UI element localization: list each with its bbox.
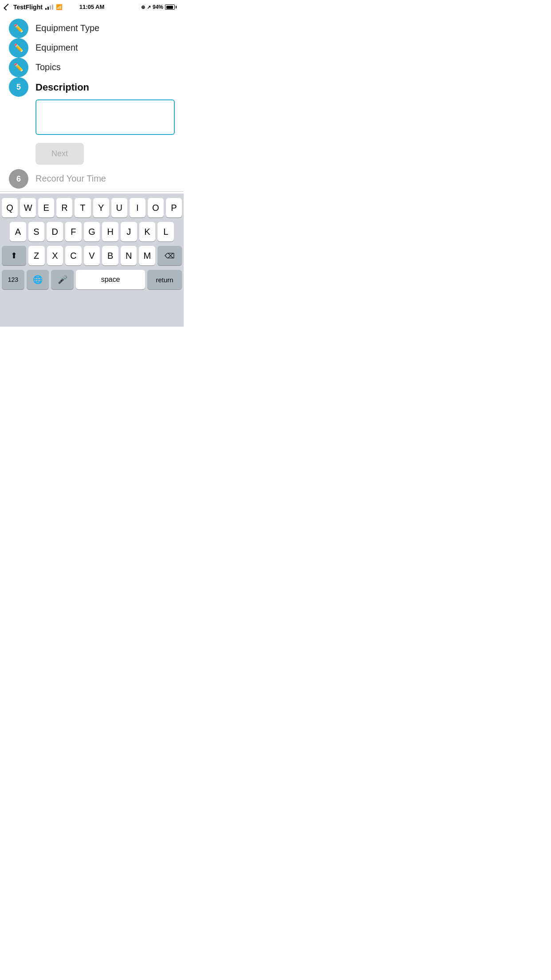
- step-5-left: 5: [9, 77, 28, 97]
- key-space[interactable]: space: [76, 270, 145, 289]
- pencil-icon-1: ✏️: [14, 24, 24, 33]
- key-c[interactable]: C: [65, 246, 82, 265]
- key-e[interactable]: E: [38, 198, 54, 217]
- step-5-number: 5: [16, 83, 21, 92]
- step-6-row: 6 Record Your Time: [0, 169, 184, 189]
- step-2-row: ✏️ Equipment: [0, 38, 184, 58]
- step-6-title: Record Your Time: [35, 169, 175, 184]
- next-button[interactable]: Next: [35, 143, 84, 165]
- step-5-title: Description: [35, 77, 175, 93]
- location-icon: ⊕: [141, 4, 145, 10]
- step-1-title: Equipment Type: [35, 19, 175, 33]
- key-return[interactable]: return: [147, 270, 182, 289]
- step-3-title: Topics: [35, 58, 175, 72]
- key-q[interactable]: Q: [2, 198, 18, 217]
- key-n[interactable]: N: [121, 246, 137, 265]
- step-5-content: Description Next: [35, 77, 175, 165]
- step-6-content: Record Your Time: [35, 169, 175, 189]
- key-h[interactable]: H: [102, 222, 118, 241]
- battery-percent: 94%: [153, 4, 163, 10]
- key-numbers[interactable]: 123: [2, 270, 24, 289]
- key-w[interactable]: W: [20, 198, 36, 217]
- pencil-icon-2: ✏️: [14, 43, 24, 53]
- status-right: ⊕ ↗ 94%: [141, 4, 177, 10]
- pencil-icon-3: ✏️: [14, 63, 24, 72]
- keyboard-row-3: ⬆ Z X C V B N M ⌫: [2, 246, 182, 265]
- step-1-row: ✏️ Equipment Type: [0, 19, 184, 38]
- status-left: TestFlight 📶: [5, 4, 63, 11]
- key-globe[interactable]: 🌐: [27, 270, 49, 289]
- key-g[interactable]: G: [84, 222, 100, 241]
- step-5-row: 5 Description Next: [0, 77, 184, 165]
- step-5-circle: 5: [9, 77, 28, 97]
- description-textarea[interactable]: [35, 99, 175, 135]
- step-6-left: 6: [9, 169, 28, 189]
- step-6-number: 6: [16, 174, 21, 184]
- step-3-content: Topics: [35, 58, 175, 77]
- bar2: [47, 7, 49, 10]
- battery-indicator: [165, 4, 177, 10]
- wifi-icon: 📶: [56, 4, 63, 10]
- key-o[interactable]: O: [148, 198, 164, 217]
- key-delete[interactable]: ⌫: [157, 246, 182, 265]
- keyboard-row-1: Q W E R T Y U I O P: [2, 198, 182, 217]
- status-bar: TestFlight 📶 11:05 AM ⊕ ↗ 94%: [0, 0, 184, 14]
- step-2-left: ✏️: [9, 38, 28, 58]
- keyboard-row-2: A S D F G H J K L: [2, 222, 182, 241]
- key-shift[interactable]: ⬆: [2, 246, 26, 265]
- app-name: TestFlight: [13, 4, 43, 11]
- key-u[interactable]: U: [111, 198, 127, 217]
- step-3-row: ✏️ Topics: [0, 58, 184, 77]
- keyboard-separator: [0, 191, 184, 192]
- key-f[interactable]: F: [65, 222, 82, 241]
- key-y[interactable]: Y: [93, 198, 109, 217]
- keyboard: Q W E R T Y U I O P A S D F G H J K L ⬆ …: [0, 194, 184, 327]
- key-m[interactable]: M: [139, 246, 155, 265]
- key-a[interactable]: A: [10, 222, 26, 241]
- step-2-circle: ✏️: [9, 38, 28, 58]
- key-mic[interactable]: 🎤: [51, 270, 74, 289]
- signal-bars: [45, 4, 53, 10]
- key-v[interactable]: V: [84, 246, 100, 265]
- key-z[interactable]: Z: [28, 246, 45, 265]
- bar3: [50, 5, 51, 10]
- step-1-content: Equipment Type: [35, 19, 175, 38]
- back-icon: [4, 4, 11, 11]
- step-2-title: Equipment: [35, 38, 175, 53]
- key-k[interactable]: K: [139, 222, 156, 241]
- key-t[interactable]: T: [75, 198, 91, 217]
- key-i[interactable]: I: [130, 198, 146, 217]
- bar4: [52, 4, 53, 10]
- bar1: [45, 8, 47, 10]
- key-b[interactable]: B: [102, 246, 118, 265]
- status-time: 11:05 AM: [79, 4, 105, 10]
- arrow-icon: ↗: [147, 4, 151, 10]
- step-3-circle: ✏️: [9, 58, 28, 77]
- step-1-left: ✏️: [9, 19, 28, 38]
- key-x[interactable]: X: [47, 246, 63, 265]
- keyboard-row-4: 123 🌐 🎤 space return: [2, 270, 182, 289]
- key-l[interactable]: L: [157, 222, 174, 241]
- step-6-circle: 6: [9, 169, 28, 189]
- step-3-left: ✏️: [9, 58, 28, 77]
- step-1-circle: ✏️: [9, 19, 28, 38]
- step-2-content: Equipment: [35, 38, 175, 58]
- key-s[interactable]: S: [28, 222, 45, 241]
- main-content: ✏️ Equipment Type ✏️ Equipment ✏️ Topics: [0, 14, 184, 194]
- key-d[interactable]: D: [47, 222, 63, 241]
- key-j[interactable]: J: [121, 222, 137, 241]
- key-p[interactable]: P: [166, 198, 182, 217]
- key-r[interactable]: R: [56, 198, 72, 217]
